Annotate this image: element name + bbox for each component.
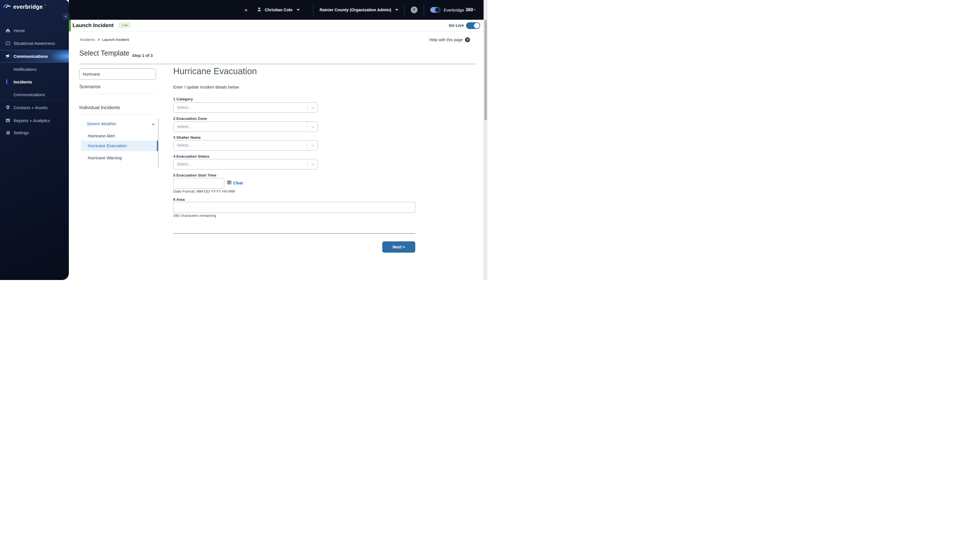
sidebar-item-label: Notifications (13, 67, 37, 72)
select-divider (307, 161, 307, 167)
everbridge-bird-icon (3, 4, 12, 10)
calendar-icon (227, 180, 232, 186)
logo-text: everbridge (13, 4, 43, 10)
select-placeholder: Select... (177, 143, 192, 147)
breadcrumb-separator: > (98, 38, 100, 42)
select-placeholder: Select... (177, 162, 192, 167)
topbar-divider (424, 4, 424, 16)
page-header: Launch Incident Live Go Live (69, 20, 488, 32)
sidebar-item-settings[interactable]: Settings (0, 127, 69, 138)
chevron-down-icon (297, 9, 300, 11)
sidebar-item-communications-sub[interactable]: Communications (0, 89, 69, 100)
logo-trademark: ™ (44, 4, 46, 6)
everbridge-logo[interactable]: everbridge ™ (3, 4, 46, 10)
area-input[interactable] (173, 202, 415, 213)
user-name: Christian Cole (265, 8, 292, 12)
chevron-down-icon (395, 9, 398, 11)
breadcrumb-incidents-link[interactable]: Incidents (80, 38, 95, 42)
panel-divider (79, 93, 156, 94)
chevron-down-icon (311, 105, 315, 111)
organization-menu[interactable]: Rainier County (Organization Admin) (320, 8, 398, 12)
go-live-label: Go Live (449, 23, 464, 28)
sidebar-item-reports-analytics[interactable]: Reports + Analytics (0, 115, 69, 126)
chevron-down-icon (311, 125, 315, 130)
sidebar-item-label: Settings (13, 130, 29, 135)
app-window: » Christian Cole Rainier County (Organiz… (0, 0, 488, 280)
accent-green-bar (69, 20, 71, 31)
wizard-step-indicator: Step 1 of 3 (132, 53, 153, 58)
page-scrollbar[interactable] (484, 0, 488, 280)
breadcrumb: Incidents > Launch Incident (80, 38, 129, 42)
sidebar-item-label: Incidents (13, 80, 32, 84)
question-mark-icon: ? (465, 37, 470, 42)
field-label-evacuation-status: 4 Evacuation Status (173, 154, 209, 158)
sidebar-item-notifications[interactable]: Notifications (0, 63, 69, 75)
sidebar-separator (0, 100, 69, 101)
user-menu[interactable]: Christian Cole (256, 7, 299, 13)
megaphone-icon (5, 54, 10, 59)
sidebar-item-label: Home (13, 28, 25, 33)
category-select[interactable]: Select... (173, 102, 318, 113)
map-icon (5, 41, 10, 46)
sidebar-item-label: Situational Awareness (13, 41, 55, 46)
next-button[interactable]: Next > (382, 242, 415, 253)
sidebar-item-home[interactable]: Home (0, 25, 69, 36)
sidebar-item-label: Contacts + Assets (13, 105, 47, 110)
tree-item-hurricane-warning[interactable]: Hurricane Warning (81, 153, 158, 163)
evacuation-zone-select[interactable]: Select... (173, 122, 318, 132)
heading-divider (79, 64, 475, 64)
sidebar-item-contacts-assets[interactable]: Contacts + Assets (0, 102, 69, 113)
tree-group-severe-weather[interactable]: Severe Weather (81, 120, 158, 129)
sidebar-item-communications[interactable]: Communications (0, 50, 69, 63)
chevron-down-icon[interactable] (151, 122, 155, 127)
toggle-knob (474, 23, 479, 28)
topbar: » Christian Cole Rainier County (Organiz… (69, 0, 488, 20)
go-live-toggle[interactable] (466, 22, 480, 29)
tree-item-hurricane-evacuation[interactable]: Hurricane Evacuation (81, 141, 158, 151)
sidebar-item-label: Reports + Analytics (13, 118, 50, 123)
tree-item-label: Hurricane Alert (88, 134, 115, 138)
main-content: Incidents > Launch Incident Help with th… (69, 32, 488, 280)
sidebar-item-incidents[interactable]: Incidents (0, 76, 69, 87)
sidebar-item-situational-awareness[interactable]: Situational Awareness (0, 38, 69, 49)
wizard-heading: Select Template (79, 49, 129, 57)
help-with-page-link[interactable]: Help with this page ? (429, 37, 470, 42)
field-label-evacuation-start-time: 5 Evacuation Start Time (173, 173, 216, 177)
tree-group-label: Severe Weather (87, 122, 117, 126)
select-placeholder: Select... (177, 105, 192, 110)
evacuation-status-select[interactable]: Select... (173, 159, 318, 170)
sidebar-item-label: Communications (13, 92, 45, 97)
scrollbar-thumb[interactable] (484, 20, 487, 120)
trademark-symbol: ™ (473, 9, 476, 11)
topbar-divider (313, 4, 314, 16)
product-label: Everbridge 360 ™ (444, 7, 476, 12)
bar-chart-icon (5, 118, 10, 123)
clear-link[interactable]: Clear (233, 181, 243, 185)
clear-date-control[interactable]: Clear (227, 180, 243, 186)
contact-pin-icon (5, 105, 10, 110)
help-icon[interactable]: ? (411, 7, 417, 13)
select-placeholder: Select... (177, 124, 192, 129)
template-search-input[interactable] (79, 68, 156, 80)
sidebar-item-label: Communications (13, 54, 48, 58)
form-subtitle: Enter / update incident details below (173, 85, 239, 89)
sidebar: everbridge ™ « Home Situational Awarenes… (0, 0, 69, 280)
chevron-down-icon (311, 143, 315, 149)
expand-chevrons-icon[interactable]: » (245, 7, 247, 13)
tree-scrollbar[interactable] (158, 118, 159, 168)
everbridge-360-toggle[interactable] (430, 7, 441, 13)
tree-item-label: Hurricane Warning (88, 156, 122, 160)
characters-remaining-hint: 260 characters remaining (173, 213, 216, 218)
help-link-label: Help with this page (429, 38, 462, 42)
page-title: Launch Incident (72, 22, 114, 28)
toggle-knob (435, 7, 440, 12)
scenarios-heading: Scenarios (79, 84, 101, 90)
select-divider (307, 123, 307, 130)
tree-item-hurricane-alert[interactable]: Hurricane Alert (81, 131, 158, 141)
sidebar-collapse-button[interactable]: « (62, 12, 70, 20)
evacuation-start-time-input[interactable] (173, 178, 224, 188)
individual-incidents-heading: Individual Incidents (79, 105, 120, 110)
select-divider (307, 104, 307, 111)
form-divider (173, 233, 415, 234)
shelter-name-select[interactable]: Select... (173, 140, 318, 150)
